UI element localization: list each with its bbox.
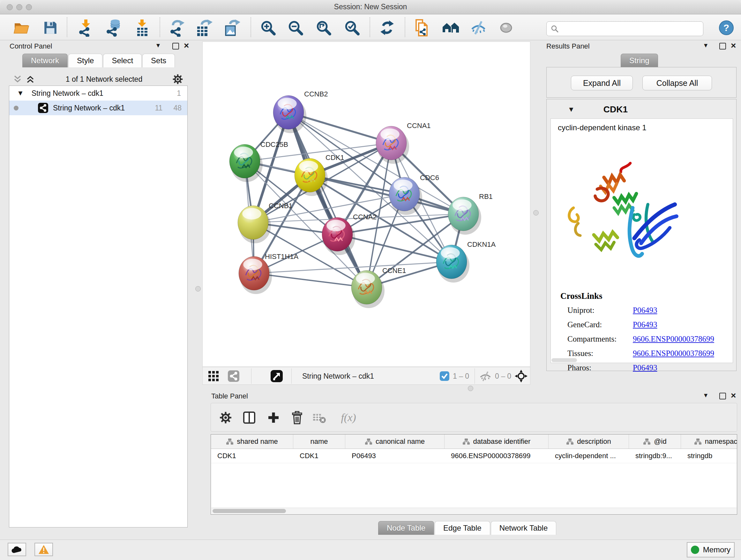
network-node-hist1h1a[interactable]: HIST1H1A: [239, 253, 298, 294]
table-hscroll-thumb[interactable]: [212, 509, 286, 513]
tab-sets[interactable]: Sets: [142, 54, 175, 67]
zoom-out-button[interactable]: [286, 18, 305, 37]
column-header-description[interactable]: description: [549, 435, 629, 449]
export-image-button[interactable]: [222, 18, 242, 37]
network-node-rb1[interactable]: RB1: [448, 192, 493, 235]
results-panel-close-icon[interactable]: ×: [731, 42, 736, 49]
table-panel-close-icon[interactable]: ×: [731, 392, 736, 399]
control-panel-close-icon[interactable]: ×: [184, 42, 189, 49]
hidden-indicator[interactable]: 0 – 0: [479, 369, 511, 383]
search-box[interactable]: [546, 21, 703, 36]
network-node-cdkn1a[interactable]: CDKN1A: [436, 240, 496, 283]
zoom-fit-button[interactable]: [314, 18, 333, 37]
results-panel-float-icon[interactable]: ▾: [704, 42, 708, 49]
network-canvas[interactable]: CCNB2CCNA1CDC25BCDK1CDC6RB1CCNB1CCNA2CDK…: [202, 42, 530, 367]
column-header--id[interactable]: @id: [629, 435, 681, 449]
collapse-all-button[interactable]: Collapse All: [643, 76, 712, 90]
delete-column-button[interactable]: [288, 409, 306, 427]
collapse-all-icon[interactable]: [13, 75, 23, 83]
results-panel-maximize-icon[interactable]: [719, 43, 726, 50]
control-panel-maximize-icon[interactable]: [172, 43, 179, 50]
refresh-button[interactable]: [378, 18, 397, 37]
crosslink-value-link[interactable]: P06493: [633, 306, 657, 315]
crosslink-value-link[interactable]: 9606.ENSP00000378699: [633, 334, 714, 344]
expand-all-icon[interactable]: [26, 75, 36, 83]
show-columns-button[interactable]: [240, 409, 258, 427]
function-builder-button[interactable]: f(x): [334, 409, 363, 427]
column-header-canonical-name[interactable]: canonical name: [345, 435, 445, 449]
right-splitter-handle[interactable]: [533, 210, 539, 215]
tab-network-table[interactable]: Network Table: [491, 521, 556, 535]
tab-node-table[interactable]: Node Table: [378, 521, 434, 535]
network-node-ccna1[interactable]: CCNA1: [376, 122, 431, 164]
table-cell[interactable]: cyclin-dependent ...: [549, 449, 629, 463]
network-node-ccnb1[interactable]: CCNB1: [238, 202, 293, 243]
expand-all-button[interactable]: Expand All: [571, 76, 633, 90]
warning-status-button[interactable]: [35, 543, 53, 556]
import-table-file-button[interactable]: [133, 18, 152, 37]
help-button[interactable]: ?: [717, 18, 736, 37]
table-settings-button[interactable]: [217, 409, 234, 427]
tab-string[interactable]: String: [621, 54, 658, 67]
network-collection-row[interactable]: ▼ String Network – cdk1 1: [9, 86, 187, 101]
fit-selected-button[interactable]: [515, 369, 528, 383]
table-hscrollbar[interactable]: [211, 508, 737, 514]
table-cell[interactable]: CDK1: [293, 449, 345, 463]
column-header-shared-name[interactable]: shared name: [211, 435, 293, 449]
table-panel-maximize-icon[interactable]: [719, 393, 726, 399]
network-node-ccna2[interactable]: CCNA2: [322, 213, 377, 255]
tab-network[interactable]: Network: [22, 54, 68, 67]
network-graph[interactable]: CCNB2CCNA1CDC25BCDK1CDC6RB1CCNB1CCNA2CDK…: [203, 42, 530, 367]
import-network-file-button[interactable]: [76, 18, 95, 37]
crosslink-value-link[interactable]: P06493: [633, 363, 657, 372]
results-hscroll-thumb[interactable]: [551, 358, 577, 362]
network-edge[interactable]: [288, 112, 367, 287]
tab-select[interactable]: Select: [103, 54, 142, 67]
show-graphics-button[interactable]: [496, 18, 516, 37]
open-session-button[interactable]: [12, 18, 31, 37]
add-column-button[interactable]: [265, 409, 282, 427]
save-session-button[interactable]: [41, 18, 60, 37]
tab-edge-table[interactable]: Edge Table: [434, 521, 490, 535]
cloud-status-button[interactable]: [8, 543, 26, 556]
selected-checkbox[interactable]: 1 – 0: [440, 369, 469, 383]
column-header-name[interactable]: name: [293, 435, 345, 449]
thumbnail-grid-button[interactable]: [208, 369, 219, 383]
table-cell[interactable]: stringdb:9...: [629, 449, 681, 463]
tab-style[interactable]: Style: [68, 54, 103, 67]
entry-header[interactable]: ▼ CDK1: [547, 102, 736, 117]
control-panel-float-icon[interactable]: ▾: [156, 42, 160, 49]
search-input[interactable]: [559, 24, 694, 33]
gear-icon[interactable]: [172, 74, 183, 84]
network-node-ccnb2[interactable]: CCNB2: [273, 90, 328, 133]
memory-button[interactable]: Memory: [687, 542, 735, 557]
import-network-database-button[interactable]: [104, 18, 123, 37]
home-layouts-button[interactable]: [441, 18, 460, 37]
table-panel-float-icon[interactable]: ▾: [704, 392, 708, 398]
export-network-button[interactable]: [168, 18, 187, 37]
table-cell[interactable]: CDK1: [211, 449, 293, 463]
left-splitter-handle[interactable]: [195, 286, 201, 292]
network-node-ccne1[interactable]: CCNE1: [351, 266, 406, 308]
network-node-cdc6[interactable]: CDC6: [389, 174, 439, 215]
column-header-database-identifier[interactable]: database identifier: [445, 435, 549, 449]
crosslink-value-link[interactable]: 9606.ENSP00000378699: [633, 349, 714, 358]
table-row[interactable]: CDK1CDK1P064939606.ENSP00000378699cyclin…: [211, 449, 737, 463]
table-cell[interactable]: stringdb: [681, 449, 737, 463]
string-import-button[interactable]: [412, 18, 431, 37]
hide-unhide-button[interactable]: [469, 18, 488, 37]
share-view-button[interactable]: [227, 369, 240, 383]
delete-table-button[interactable]: [311, 409, 328, 427]
zoom-selected-button[interactable]: [342, 18, 361, 37]
crosslink-value-link[interactable]: P06493: [633, 320, 657, 329]
birds-eye-view-button[interactable]: [270, 369, 283, 383]
table-cell[interactable]: P06493: [345, 449, 445, 463]
column-header-namespace[interactable]: namespace: [681, 435, 737, 449]
network-row-selected[interactable]: String Network – cdk1 11 48: [9, 101, 187, 115]
horizontal-splitter-handle[interactable]: [468, 386, 473, 391]
export-table-button[interactable]: [195, 18, 214, 37]
table-cell[interactable]: 9606.ENSP00000378699: [445, 449, 549, 463]
zoom-in-button[interactable]: [259, 18, 278, 37]
entry-collapse-icon[interactable]: ▼: [568, 105, 575, 114]
node-table[interactable]: shared namenamecanonical namedatabase id…: [211, 434, 737, 515]
